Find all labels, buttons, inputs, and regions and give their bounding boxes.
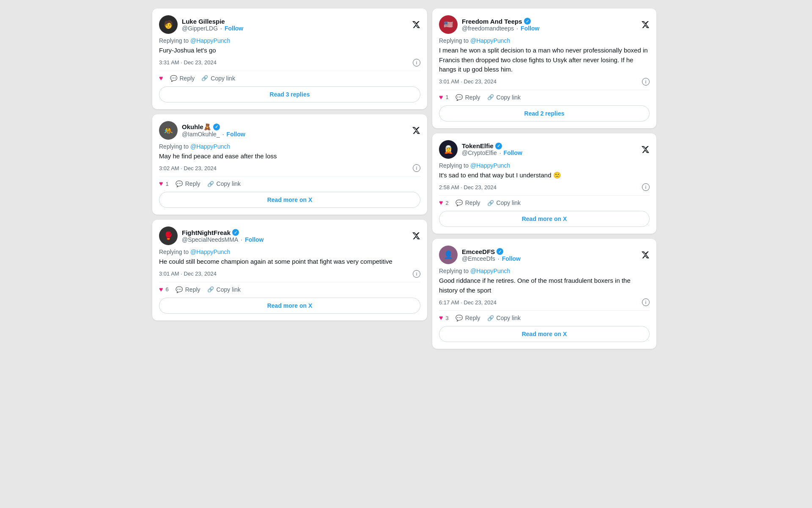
follow-button-freedom[interactable]: Follow	[521, 25, 539, 32]
info-icon-luke[interactable]: i	[413, 59, 420, 66]
replying-to-luke: Replying to @HappyPunch	[159, 37, 420, 44]
user-info-freedom: Freedom And Teeps ✓ @freedomandteeps · F…	[462, 18, 539, 32]
verified-badge-freedom: ✓	[524, 18, 531, 25]
read-more-button-token[interactable]: Read more on X	[439, 211, 650, 227]
tweet-time-fight: 3:01 AM · Dec 23, 2024 i	[159, 270, 420, 278]
tweet-header-emcee: 👤 EmceeDFS ✓ @EmceeDfs · Follow	[439, 246, 650, 264]
tweet-text-okuhle: May he find peace and ease after the los…	[159, 152, 420, 161]
like-button-okuhle[interactable]: ♥ 1	[159, 180, 169, 188]
like-count-freedom: 1	[446, 94, 449, 100]
link-icon-luke: 🔗	[201, 75, 208, 81]
user-info-fight: FightNightFreak ✓ @SpecialNeedsMMA · Fol…	[182, 229, 263, 243]
read-more-button-emcee[interactable]: Read more on X	[439, 326, 650, 342]
copy-link-button-token[interactable]: 🔗 Copy link	[487, 199, 521, 206]
copy-link-button-luke[interactable]: 🔗 Copy link	[201, 75, 235, 82]
replying-to-okuhle: Replying to @HappyPunch	[159, 143, 420, 150]
info-icon-fight[interactable]: i	[413, 270, 420, 278]
info-icon-okuhle[interactable]: i	[413, 164, 420, 172]
replying-to-freedom: Replying to @HappyPunch	[439, 37, 650, 44]
tweet-card-emcee: 👤 EmceeDFS ✓ @EmceeDfs · Follow	[432, 239, 656, 349]
x-logo-icon[interactable]	[412, 126, 420, 135]
reply-icon-fight: 💬	[176, 286, 183, 293]
tweet-header-luke: 🧑 Luke Gillespie @GipperLDG · Follow	[159, 15, 420, 34]
tweet-time-freedom: 3:01 AM · Dec 23, 2024 i	[439, 78, 650, 86]
tweet-card-freedom: 🇺🇸 Freedom And Teeps ✓ @freedomandteeps …	[432, 8, 656, 128]
divider-emcee	[439, 310, 650, 311]
reply-icon-luke: 💬	[170, 75, 177, 82]
divider-okuhle	[159, 176, 420, 177]
username-luke: @GipperLDG	[182, 25, 218, 32]
x-logo-icon[interactable]	[641, 20, 650, 29]
copy-link-button-emcee[interactable]: 🔗 Copy link	[487, 315, 521, 321]
x-logo-icon[interactable]	[641, 251, 650, 259]
reply-icon-token: 💬	[455, 199, 463, 206]
like-count-token: 2	[446, 200, 449, 206]
tweet-card-okuhle: 🤼 Okuhle🧸 ✓ @IamOkuhle_ · Follow	[152, 114, 427, 215]
actions-emcee: ♥ 3 💬 Reply 🔗 Copy link	[439, 314, 650, 322]
verified-badge-okuhle: ✓	[213, 124, 220, 130]
replying-to-emcee: Replying to @HappyPunch	[439, 268, 650, 274]
reply-button-freedom[interactable]: 💬 Reply	[455, 94, 480, 101]
follow-button-emcee[interactable]: Follow	[502, 255, 521, 262]
heart-icon-token: ♥	[439, 199, 443, 207]
reply-button-emcee[interactable]: 💬 Reply	[455, 315, 480, 321]
username-fight: @SpecialNeedsMMA	[182, 236, 238, 243]
link-icon-fight: 🔗	[207, 286, 214, 293]
follow-button-token[interactable]: Follow	[504, 149, 522, 156]
tweet-header-token: 🧝 TokenElfie ✓ @CryptoElfie · Follow	[439, 140, 650, 159]
tweet-time-token: 2:58 AM · Dec 23, 2024 i	[439, 183, 650, 191]
display-name-okuhle: Okuhle🧸 ✓	[182, 123, 245, 131]
read-more-button-okuhle[interactable]: Read more on X	[159, 192, 420, 208]
tweet-text-token: It's sad to end that way but I understan…	[439, 171, 650, 180]
reply-button-fight[interactable]: 💬 Reply	[176, 286, 200, 293]
divider-luke	[159, 71, 420, 71]
info-icon-token[interactable]: i	[642, 183, 650, 191]
user-info-token: TokenElfie ✓ @CryptoElfie · Follow	[462, 142, 522, 156]
copy-link-button-okuhle[interactable]: 🔗 Copy link	[207, 180, 241, 187]
left-column: 🧑 Luke Gillespie @GipperLDG · Follow	[152, 8, 427, 500]
reply-button-token[interactable]: 💬 Reply	[455, 199, 480, 206]
display-name-fight: FightNightFreak ✓	[182, 229, 263, 236]
heart-icon-luke: ♥	[159, 75, 163, 82]
follow-button-luke[interactable]: Follow	[225, 25, 243, 32]
tweet-columns: 🧑 Luke Gillespie @GipperLDG · Follow	[152, 8, 660, 500]
x-logo-icon[interactable]	[641, 145, 650, 154]
copy-link-button-fight[interactable]: 🔗 Copy link	[207, 286, 241, 293]
user-info-luke: Luke Gillespie @GipperLDG · Follow	[182, 18, 243, 32]
like-button-token[interactable]: ♥ 2	[439, 199, 449, 207]
like-button-emcee[interactable]: ♥ 3	[439, 314, 449, 322]
reply-button-luke[interactable]: 💬 Reply	[170, 75, 195, 82]
info-icon-emcee[interactable]: i	[642, 298, 650, 306]
actions-fight: ♥ 6 💬 Reply 🔗 Copy link	[159, 286, 420, 293]
tweet-text-emcee: Good riddance if he retires. One of the …	[439, 276, 650, 295]
x-logo-icon[interactable]	[412, 232, 420, 240]
follow-button-okuhle[interactable]: Follow	[227, 131, 245, 138]
tweet-text-freedom: I mean he won a split decision to a man …	[439, 46, 650, 75]
divider-token	[439, 195, 650, 196]
read-more-button-luke[interactable]: Read 3 replies	[159, 86, 420, 102]
link-icon-okuhle: 🔗	[207, 181, 214, 187]
verified-badge-fight: ✓	[232, 229, 239, 236]
heart-icon-emcee: ♥	[439, 314, 443, 322]
tweet-time-okuhle: 3:02 AM · Dec 23, 2024 i	[159, 164, 420, 172]
like-button-luke[interactable]: ♥	[159, 75, 163, 82]
reply-icon-emcee: 💬	[455, 315, 463, 321]
user-info-emcee: EmceeDFS ✓ @EmceeDfs · Follow	[462, 248, 521, 262]
read-more-button-freedom[interactable]: Read 2 replies	[439, 105, 650, 121]
heart-icon-fight: ♥	[159, 286, 163, 293]
info-icon-freedom[interactable]: i	[642, 78, 650, 86]
link-icon-emcee: 🔗	[487, 315, 494, 321]
tweet-card-fight: 🥊 FightNightFreak ✓ @SpecialNeedsMMA · F…	[152, 220, 427, 320]
read-more-button-fight[interactable]: Read more on X	[159, 298, 420, 314]
tweet-header-okuhle: 🤼 Okuhle🧸 ✓ @IamOkuhle_ · Follow	[159, 121, 420, 140]
follow-button-fight[interactable]: Follow	[245, 236, 263, 243]
like-count-emcee: 3	[446, 315, 449, 321]
like-button-fight[interactable]: ♥ 6	[159, 286, 169, 293]
reply-button-okuhle[interactable]: 💬 Reply	[176, 180, 200, 187]
x-logo-icon[interactable]	[412, 20, 420, 29]
tweet-text-fight: He could still become champion again at …	[159, 257, 420, 267]
reply-icon-okuhle: 💬	[176, 180, 183, 187]
like-button-freedom[interactable]: ♥ 1	[439, 94, 449, 101]
avatar-luke: 🧑	[159, 15, 178, 34]
copy-link-button-freedom[interactable]: 🔗 Copy link	[487, 94, 521, 101]
